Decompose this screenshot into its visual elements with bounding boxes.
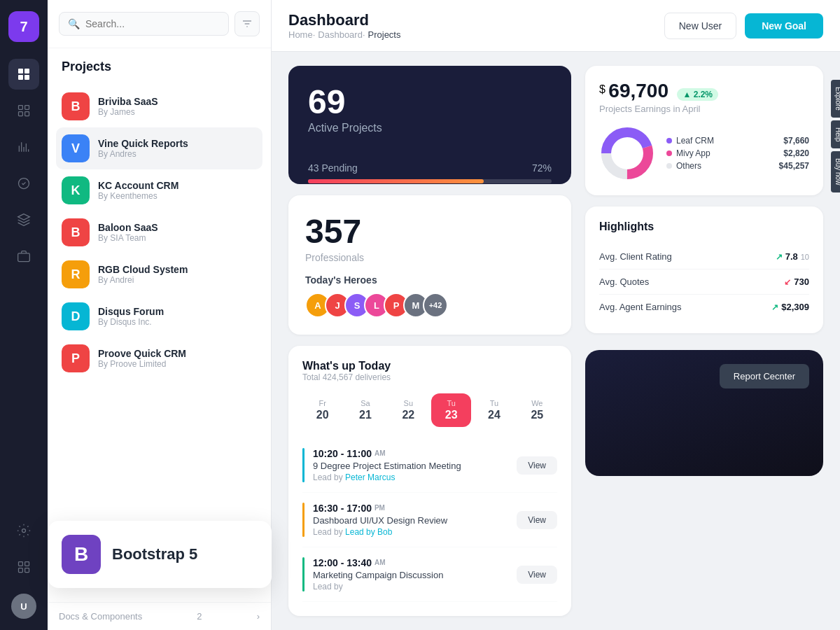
briefcase-icon[interactable] [8,241,39,272]
event-title: Dashboard UI/UX Design Review [313,515,508,526]
project-item[interactable]: BBaloon SaaSBy SIA Team [56,211,262,253]
calendar-day[interactable]: Sa21 [345,393,385,427]
legend-amount: $2,820 [783,148,809,158]
settings-icon[interactable] [8,515,39,546]
pending-text: Pending [321,162,357,174]
page-title: Dashboard [288,11,400,29]
view-button[interactable]: View [517,511,557,529]
whatsup-subtitle: Total 424,567 deliveries [302,372,557,382]
calendar-day[interactable]: We25 [517,393,557,427]
widgets-icon[interactable] [8,552,39,582]
calendar-day[interactable]: Fr20 [302,393,342,427]
legend-amount: $45,257 [779,161,809,171]
svg-rect-3 [24,75,29,80]
project-item[interactable]: RRGB Cloud SystemBy Andrei [56,253,262,295]
view-button[interactable]: View [517,456,557,475]
project-by: By Proove Limited [98,359,257,369]
svg-point-9 [22,529,26,533]
day-name: Su [404,399,413,407]
professionals-label: Professionals [305,252,554,263]
new-user-button[interactable]: New User [664,13,736,39]
project-info: Vine Quick ReportsBy Andres [98,138,257,159]
heroes-section: Today's Heroes AJSLPM+42 [305,274,554,318]
legend-label: Others [676,161,701,171]
project-logo: V [62,134,90,162]
header: Dashboard Home· Dashboard· Projects New … [272,0,840,52]
svg-rect-4 [19,106,23,110]
currency-symbol: $ [599,83,606,95]
sidebar-footer[interactable]: Docs & Components 2 › [48,602,271,630]
bar-chart-icon[interactable] [8,132,39,162]
user-avatar[interactable]: U [11,594,36,619]
view-button[interactable]: View [517,566,557,584]
svg-rect-8 [18,253,30,262]
heroes-label: Today's Heroes [305,274,554,286]
legend-item: Mivy App$2,820 [666,148,809,158]
filter-button[interactable] [234,11,260,36]
project-info: Proove Quick CRMBy Proove Limited [98,348,257,369]
progress-fill [308,179,484,183]
event-lead-link[interactable]: Lead by Bob [345,527,392,537]
highlight-value: ↗ $2,309 [771,302,809,312]
search-input[interactable] [85,18,220,29]
highlight-row: Avg. Client Rating↗ 7.8 10 [599,244,809,270]
svg-rect-13 [25,568,29,573]
footer-count: 2 [197,611,202,622]
event-title: 9 Degree Project Estimation Meeting [313,461,508,471]
heroes-more: +42 [423,293,448,318]
grid-icon[interactable] [8,95,39,126]
active-projects-card: 69 Active Projects 43 Pending 72% [288,66,571,184]
calendar-day[interactable]: Tu23 [431,393,471,427]
report-center-button[interactable]: Report Cecnter [720,364,809,388]
active-projects-count: 69 [308,85,552,119]
calendar-days: Fr20Sa21Su22Tu23Tu24We25 [302,393,557,427]
sidebar: 🔍 Projects BBriviba SaaSBy JamesVVine Qu… [48,0,272,630]
breadcrumb: Home· Dashboard· Projects [288,29,400,40]
project-item[interactable]: PProove Quick CRMBy Proove Limited [56,337,262,379]
event-view: View [517,456,557,475]
buynow-tab[interactable]: Buy now [831,151,840,192]
bootstrap-label: Bootstrap 5 [112,545,197,564]
highlights-title: Highlights [599,220,809,233]
day-num: 20 [316,409,329,421]
app-version-badge: 7 [8,11,39,42]
calendar-day[interactable]: Tu24 [474,393,514,427]
event-info: 16:30 - 17:00 PM Dashboard UI/UX Design … [313,503,508,537]
event-lead: Lead by Lead by Bob [313,527,508,537]
new-goal-button[interactable]: New Goal [745,13,823,38]
ap-footer: 43 Pending 72% [308,162,552,174]
calendar-event: 16:30 - 17:00 PM Dashboard UI/UX Design … [302,493,557,547]
highlight-value: ↙ 730 [784,276,809,287]
version-number: 7 [20,19,27,35]
event-lead-link[interactable]: Peter Marcus [345,472,395,482]
project-item[interactable]: VVine Quick ReportsBy Andres [56,127,262,169]
event-title: Marketing Campaign Discussion [313,570,508,580]
earnings-legend: Leaf CRM$7,660Mivy App$2,820Others$45,25… [666,136,809,171]
calendar-day[interactable]: Su22 [388,393,428,427]
day-name: Sa [360,399,370,407]
professionals-card: 357 Professionals Today's Heroes AJSLPM+… [288,195,571,335]
main-content: Dashboard Home· Dashboard· Projects New … [272,0,840,630]
project-info: RGB Cloud SystemBy Andrei [98,264,257,285]
event-ampm: AM [374,559,386,566]
project-item[interactable]: DDisqus ForumBy Disqus Inc. [56,295,262,337]
dark-panel: Report Cecnter [585,350,823,476]
explore-tab[interactable]: Explore [831,80,840,118]
legend-dot [666,150,672,156]
event-ampm: AM [374,449,386,457]
help-tab[interactable]: Help [831,120,840,149]
project-item[interactable]: BBriviba SaaSBy James [56,85,262,127]
highlight-label: Avg. Agent Earnings [599,302,682,312]
layers-icon[interactable] [8,204,39,235]
down-arrow: ↙ [784,277,791,287]
event-color-bar [302,448,304,482]
check-icon[interactable] [8,168,39,199]
project-item[interactable]: KKC Account CRMBy Keenthemes [56,169,262,211]
legend-item: Others$45,257 [666,161,809,171]
svg-rect-0 [18,69,23,74]
dashboard-icon[interactable] [8,59,39,90]
project-info: Briviba SaaSBy James [98,96,257,117]
up-arrow: ↗ [776,252,783,262]
icon-rail: 7 U [0,0,48,630]
svg-rect-6 [19,112,23,116]
